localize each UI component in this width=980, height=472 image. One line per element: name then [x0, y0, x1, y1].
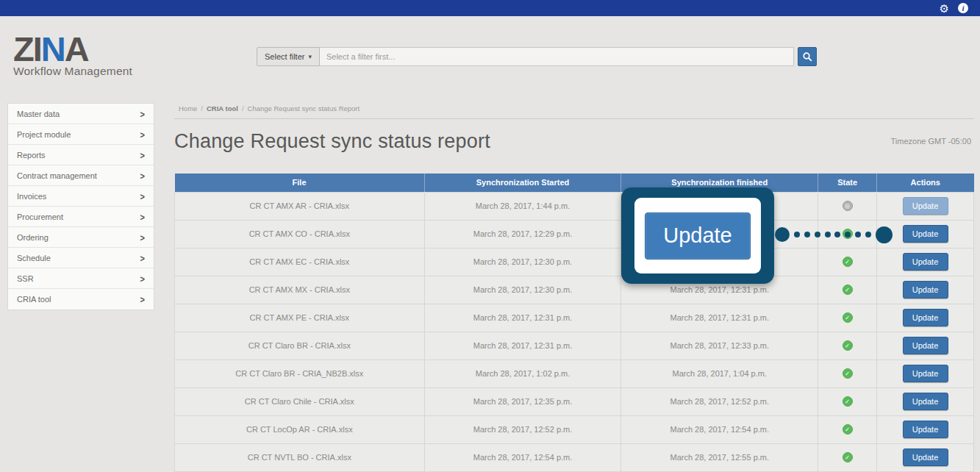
sync-finished-cell: March 28, 2017, 12:52 p.m. [621, 387, 818, 415]
file-cell: CR CT LocOp AR - CRIA.xlsx [175, 415, 425, 443]
file-cell: CR CT AMX AR - CRIA.xlsx [175, 192, 425, 220]
sidebar-item-schedule[interactable]: Schedule > [8, 248, 154, 268]
main-content: Home / CRIA tool / Change Request sync s… [174, 100, 974, 472]
sidebar-item-procurement[interactable]: Procurement > [8, 207, 154, 227]
sync-started-cell: March 28, 2017, 1:44 p.m. [424, 192, 621, 220]
update-button[interactable]: Update [903, 337, 948, 354]
table-row: CR CT Claro BR - CRIA_NB2B.xlsx March 28… [175, 360, 974, 387]
connector-dot [815, 232, 820, 237]
breadcrumb-separator: / [201, 104, 203, 112]
connector-dot [804, 232, 810, 237]
timezone-label: Timezone GMT -05:00 [891, 137, 974, 146]
search-button[interactable] [798, 47, 817, 66]
breadcrumb-cria-tool[interactable]: CRIA tool [207, 104, 238, 112]
sidebar-item-project-module[interactable]: Project module > [8, 124, 154, 145]
table-row: CR CT AMX AR - CRIA.xlsx March 28, 2017,… [175, 192, 974, 220]
sidebar-item-contract-management[interactable]: Contract management > [8, 165, 154, 186]
sidebar-item-label: Reports [17, 151, 46, 160]
state-cell: ✓ [818, 332, 877, 360]
file-cell: CR CT Claro BR - CRIA_NB2B.xlsx [175, 360, 425, 387]
state-pending-icon [843, 201, 853, 211]
update-button[interactable]: Update [903, 309, 948, 326]
state-done-icon: ✓ [843, 452, 853, 462]
file-cell: CR CT Claro Chile - CRIA.xlsx [175, 387, 425, 415]
update-button[interactable]: Update [903, 225, 948, 243]
topbar: ⚙ i [0, 0, 980, 16]
connector-dot [834, 232, 840, 237]
filter-select-label: Select filter [265, 52, 304, 61]
state-done-icon: ✓ [843, 340, 853, 351]
chevron-right-icon: > [140, 190, 145, 201]
sidebar-item-reports[interactable]: Reports > [8, 145, 154, 165]
update-button[interactable]: Update [903, 197, 948, 215]
settings-gear-icon[interactable]: ⚙ [940, 3, 949, 14]
connector-dot [855, 232, 861, 237]
sidebar-item-ssr[interactable]: SSR > [8, 268, 154, 289]
column-header-actions: Actions [877, 174, 974, 192]
update-button[interactable]: Update [903, 365, 948, 382]
sync-finished-cell: March 28, 2017, 12:54 p.m. [621, 415, 818, 443]
sidebar-item-invoices[interactable]: Invoices > [8, 186, 154, 207]
update-button[interactable]: Update [903, 393, 948, 410]
sidebar-item-label: Invoices [17, 192, 46, 201]
state-done-icon: ✓ [843, 396, 853, 407]
sync-started-cell: March 28, 2017, 12:31 p.m. [424, 332, 621, 360]
info-icon[interactable]: i [958, 3, 968, 13]
sync-finished-cell: March 28, 2017, 12:55 p.m. [621, 443, 818, 471]
sync-started-cell: March 28, 2017, 12:52 p.m. [424, 415, 621, 443]
column-header-file: File [175, 174, 425, 192]
file-cell: CR CT Claro BR - CRIA.xlsx [175, 332, 425, 360]
breadcrumb-separator: / [242, 104, 244, 112]
state-done-icon: ✓ [843, 285, 853, 295]
update-button[interactable]: Update [903, 448, 948, 466]
app-logo: ZINA Workflow Management [13, 32, 132, 78]
sidebar-item-label: Ordering [17, 233, 49, 242]
sidebar-item-ordering[interactable]: Ordering > [8, 227, 154, 248]
sync-finished-cell: March 28, 2017, 12:33 p.m. [621, 332, 818, 360]
app-root: { "topbar": { "gear_icon": "⚙", "info_la… [0, 0, 980, 472]
actions-cell: Update [877, 304, 974, 332]
sidebar-nav: Master data > Project module > Reports >… [7, 103, 154, 310]
state-done-icon: ✓ [843, 257, 853, 267]
sidebar-item-label: Master data [17, 110, 60, 118]
chevron-right-icon: > [140, 232, 145, 242]
table-row: CR CT LocOp AR - CRIA.xlsx March 28, 201… [175, 415, 974, 443]
breadcrumb-home[interactable]: Home [179, 104, 197, 112]
table-row: CR CT Claro Chile - CRIA.xlsx March 28, … [175, 387, 974, 415]
column-header-state: State [818, 174, 877, 192]
sidebar-item-label: SSR [17, 274, 34, 283]
filter-select-button[interactable]: Select filter ▾ [257, 47, 320, 66]
update-button[interactable]: Update [903, 421, 948, 438]
connector-dot [775, 227, 790, 242]
chevron-right-icon: > [140, 170, 145, 180]
chevron-right-icon: > [140, 108, 145, 118]
actions-cell: Update [877, 276, 974, 304]
logo-a: A [65, 29, 88, 68]
search-icon [802, 51, 812, 62]
state-done-icon: ✓ [843, 312, 853, 323]
sync-started-cell: March 28, 2017, 1:02 p.m. [424, 360, 621, 387]
table-row: CR CT AMX EC - CRIA.xlsx March 28, 2017,… [175, 248, 974, 276]
logo-subtitle: Workflow Management [13, 65, 132, 78]
page-title: Change Request sync status report [174, 129, 490, 153]
filter-search-input[interactable] [320, 47, 794, 66]
sidebar-item-master-data[interactable]: Master data > [8, 104, 154, 124]
sync-started-cell: March 28, 2017, 12:30 p.m. [424, 248, 621, 276]
update-callout: Update [621, 187, 774, 284]
state-cell: ✓ [818, 415, 877, 443]
table-row: CR CT AMX PE - CRIA.xlsx March 28, 2017,… [175, 304, 974, 332]
actions-cell: Update [877, 415, 974, 443]
sidebar-item-label: CRIA tool [17, 295, 51, 304]
sidebar-item-cria-tool[interactable]: CRIA tool > [8, 289, 154, 310]
sidebar-item-label: Contract management [17, 171, 97, 180]
title-row: Change Request sync status report Timezo… [174, 129, 974, 153]
update-button[interactable]: Update [903, 281, 948, 298]
table-row: CR CT AMX MX - CRIA.xlsx March 28, 2017,… [175, 276, 974, 304]
logo-zi: ZI [13, 29, 41, 68]
filter-bar: Select filter ▾ [257, 47, 817, 66]
callout-connector-dots [775, 226, 893, 243]
update-button[interactable]: Update [903, 253, 948, 271]
callout-update-button[interactable]: Update [645, 212, 751, 260]
state-done-icon: ✓ [843, 368, 853, 379]
sync-finished-cell: March 28, 2017, 1:04 p.m. [621, 360, 818, 387]
